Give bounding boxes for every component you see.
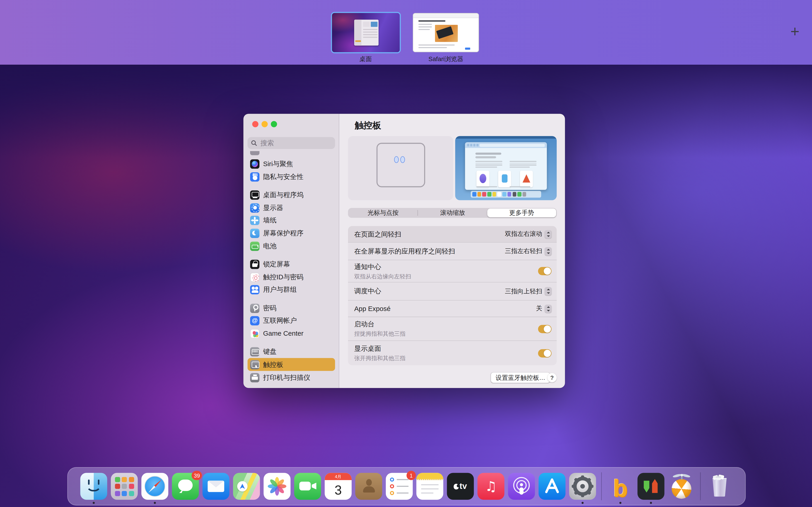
tv-label: tv <box>459 482 467 491</box>
dock-item-apple-tv[interactable]: tv <box>447 473 474 500</box>
sidebar-item-desktop-dock[interactable]: 桌面与程序坞 <box>248 188 335 201</box>
stepper-icon <box>545 287 552 296</box>
sidebar-item-battery[interactable]: 电池 <box>248 239 335 252</box>
display-icon <box>250 203 259 212</box>
dock-item-trash[interactable] <box>706 473 733 500</box>
sidebar-item-siri[interactable]: Siri与聚焦 <box>248 157 335 170</box>
sidebar-item-game-center[interactable]: Game Center <box>248 327 335 340</box>
tab-more-gestures[interactable]: 更多手势 <box>487 209 556 217</box>
minimize-button[interactable] <box>261 121 267 127</box>
finder-icon <box>80 473 107 500</box>
dock-item-facetime[interactable] <box>294 473 321 500</box>
dock-item-stocks-app[interactable] <box>638 473 664 500</box>
dock-item-notes[interactable] <box>416 473 443 500</box>
space-label-safari[interactable]: Safari浏览器 <box>415 55 477 64</box>
show-desktop-toggle[interactable] <box>538 349 551 357</box>
setting-row: 调度中心 三指向上轻扫 <box>348 282 557 300</box>
dock-divider <box>601 472 602 500</box>
space-thumbnail-safari[interactable] <box>413 13 479 52</box>
sidebar-item-displays[interactable]: 显示器 <box>248 201 335 214</box>
dock-item-finder[interactable] <box>80 473 107 500</box>
sidebar-item-printers-scanners[interactable]: 打印机与扫描仪 <box>248 371 335 384</box>
dock-item-maps[interactable] <box>233 473 260 500</box>
sidebar-item-privacy[interactable]: 隐私与安全性 <box>248 170 335 183</box>
sidebar-item-passwords[interactable]: 密码 <box>248 302 335 315</box>
settings-main-pane: 触控板 <box>339 114 565 388</box>
setting-label: App Exposé <box>354 305 390 313</box>
zoom-button[interactable] <box>271 121 277 127</box>
launchpad-icon <box>111 473 138 500</box>
search-input[interactable] <box>259 139 332 148</box>
space-thumbnail-desktop[interactable] <box>332 13 400 52</box>
tab-scroll-zoom[interactable]: 滚动缩放 <box>418 209 487 217</box>
plus-icon: + <box>791 23 800 40</box>
dock-item-propeller-app[interactable] <box>668 473 695 500</box>
key-icon <box>250 303 259 313</box>
dropdown-value: 关 <box>536 304 542 313</box>
launchpad-toggle[interactable] <box>538 325 551 333</box>
mission-control-dropdown[interactable]: 三指向上轻扫 <box>505 287 552 296</box>
dock-item-launchpad[interactable] <box>111 473 138 500</box>
desktop-screen: 桌面 Safari浏览器 + Siri与聚焦 隐私与 <box>0 0 812 507</box>
mini-blue-button <box>465 48 470 50</box>
mini-dock <box>471 191 541 198</box>
sidebar-item-keyboard[interactable]: 键盘 <box>248 345 335 358</box>
space-label-desktop[interactable]: 桌面 <box>340 55 392 64</box>
trackpad-icon <box>250 360 259 369</box>
dock-item-contacts[interactable] <box>355 473 382 500</box>
dock-item-photos[interactable] <box>263 473 291 500</box>
dropdown-value: 双指左右滚动 <box>505 230 542 238</box>
printer-icon <box>250 373 259 382</box>
setting-row: 在全屏幕显示的应用程序之间轻扫 三指左右轻扫 <box>348 242 557 260</box>
setup-bluetooth-trackpad-button[interactable]: 设置蓝牙触控板… <box>491 373 550 383</box>
settings-sidebar: Siri与聚焦 隐私与安全性 桌面与程序坞 显示器 墙纸 屏幕保护程序 电池 锁… <box>243 114 339 388</box>
setting-sublabel: 捏拢拇指和其他三指 <box>354 330 405 338</box>
b-app-icon: b <box>607 473 634 500</box>
calendar-icon: 4月 3 <box>325 473 352 500</box>
sidebar-item-wallpaper[interactable]: 墙纸 <box>248 214 335 227</box>
sidebar-item-lock-screen[interactable]: 锁定屏幕 <box>248 258 335 271</box>
sidebar-item-touch-id[interactable]: 触控ID与密码 <box>248 271 335 283</box>
dock-item-mail[interactable] <box>203 473 230 500</box>
game-center-icon <box>250 329 259 338</box>
sidebar-item-trackpad[interactable]: 触控板 <box>248 358 335 371</box>
dock-item-messages[interactable]: 39 <box>172 473 199 500</box>
sidebar-item-label: 键盘 <box>263 347 276 356</box>
dock-item-music[interactable]: ♫ <box>477 473 504 500</box>
add-space-button[interactable]: + <box>787 24 803 40</box>
running-indicator <box>650 502 652 504</box>
dock-item-safari[interactable] <box>141 473 168 500</box>
sidebar-item-screensaver[interactable]: 屏幕保护程序 <box>248 227 335 239</box>
sidebar-item-internet-accounts[interactable]: 互联网帐户 <box>248 314 335 327</box>
dropdown-value: 三指向上轻扫 <box>505 287 542 296</box>
photos-icon <box>263 473 291 500</box>
swipe-fullscreen-apps-dropdown[interactable]: 三指左右轻扫 <box>505 247 552 256</box>
setting-label: 启动台 <box>354 320 405 329</box>
tab-point-click[interactable]: 光标与点按 <box>348 209 417 217</box>
stocks-app-icon <box>638 473 664 500</box>
maps-icon <box>233 473 260 500</box>
help-button[interactable]: ? <box>547 373 557 382</box>
close-button[interactable] <box>252 121 258 127</box>
setting-row: 显示桌面张开拇指和其他三指 <box>348 340 557 365</box>
dock-item-podcasts[interactable] <box>508 473 535 500</box>
dock-item-app-store[interactable] <box>539 473 565 500</box>
mission-control-bar: 桌面 Safari浏览器 + <box>0 0 812 65</box>
notification-center-toggle[interactable] <box>538 267 551 275</box>
sidebar-item-users-groups[interactable]: 用户与群组 <box>248 283 335 296</box>
dock-item-system-settings[interactable] <box>569 473 596 500</box>
dock-item-reminders[interactable]: 1 <box>386 473 413 500</box>
swipe-pages-dropdown[interactable]: 双指左右滚动 <box>505 230 552 238</box>
trackpad-gesture-preview <box>348 136 453 200</box>
system-settings-icon <box>569 473 596 500</box>
sidebar-search[interactable] <box>248 137 335 149</box>
sidebar-item-label: 打印机与扫描仪 <box>263 373 310 382</box>
sidebar-item-label: 隐私与安全性 <box>263 172 303 181</box>
mail-icon <box>203 473 230 500</box>
dock-item-b-app[interactable]: b <box>607 473 634 500</box>
app-expose-dropdown[interactable]: 关 <box>536 304 552 313</box>
sidebar-item-label: Siri与聚焦 <box>263 159 293 168</box>
sidebar-item-label: 锁定屏幕 <box>263 260 290 269</box>
running-indicator <box>581 502 583 504</box>
dock-item-calendar[interactable]: 4月 3 <box>325 473 352 500</box>
